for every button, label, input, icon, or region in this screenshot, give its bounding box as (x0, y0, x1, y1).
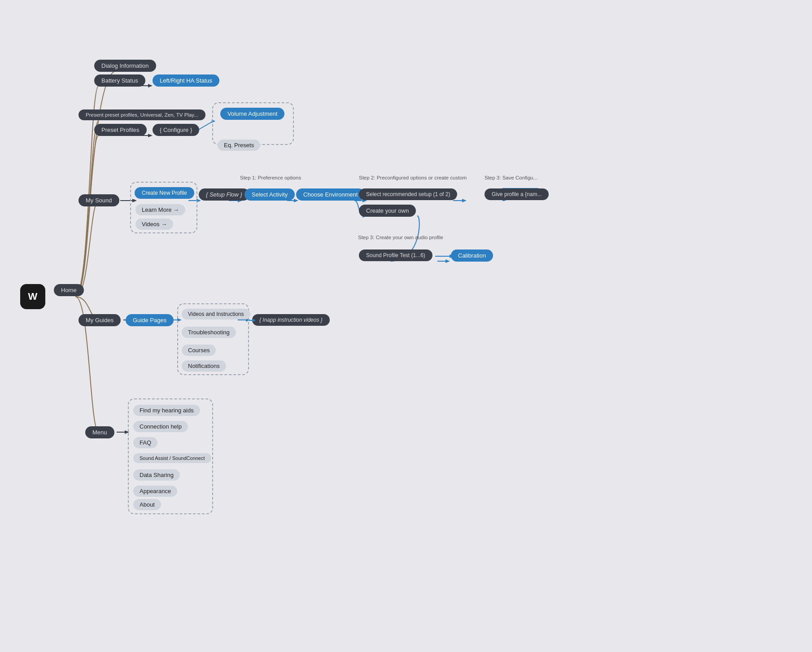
volume-adj-node[interactable]: Volume Adjustment (220, 108, 284, 120)
my-guides-node[interactable]: My Guides (79, 314, 121, 326)
calibration-node[interactable]: Calibration (451, 249, 493, 262)
left-right-ha-node[interactable]: Left/Right HA Status (153, 74, 219, 87)
faq-node[interactable]: FAQ (133, 437, 157, 448)
about-node[interactable]: About (133, 499, 161, 510)
home-icon: W (20, 284, 45, 309)
select-recommended-node[interactable]: Select recommended setup (1 of 2) (359, 188, 457, 200)
create-profile-box: Create New Profile Learn More → Videos → (130, 182, 197, 233)
svg-marker-3 (148, 134, 153, 137)
svg-marker-13 (294, 199, 298, 202)
canvas: W Home Dialog Information Battery Status… (0, 0, 812, 652)
guide-arrow (249, 314, 256, 327)
create-new-profile-node[interactable]: Create New Profile (135, 187, 194, 199)
notifications-node[interactable]: Notifications (182, 360, 226, 372)
eq-presets-node[interactable]: Eq. Presets (218, 140, 260, 151)
svg-marker-1 (148, 84, 153, 88)
home-node[interactable]: Home (54, 284, 84, 296)
choose-environment-node[interactable]: Choose Environment (296, 188, 365, 201)
connection-help-node[interactable]: Connection help (133, 421, 188, 432)
svg-marker-32 (252, 319, 256, 322)
home-icon-letter: W (28, 291, 38, 302)
step3-create-label: Step 3: Create your own audio profile (358, 235, 443, 240)
inapp-videos-node[interactable]: { Inapp instruction videos } (252, 314, 330, 326)
troubleshooting-node[interactable]: Troubleshooting (182, 327, 236, 338)
step1-label: Step 1: Preference options (240, 175, 301, 180)
preset-profiles-node[interactable]: Preset Profiles (94, 124, 147, 136)
give-profile-node[interactable]: Give profile a {nam... (485, 188, 549, 200)
guide-pages-box: Videos and Instructions Troubleshooting … (177, 303, 249, 375)
setup-flow-node[interactable]: { Setup Flow } (199, 188, 249, 201)
svg-marker-18 (462, 199, 467, 202)
videos-node[interactable]: Videos → (135, 219, 173, 230)
courses-node[interactable]: Courses (182, 345, 216, 356)
find-hearing-aids-node[interactable]: Find my hearing aids (133, 405, 200, 416)
sound-assist-node[interactable]: Sound Assist / SoundConnect (133, 453, 211, 463)
guide-pages-node[interactable]: Guide Pages (126, 314, 174, 326)
learn-more-node[interactable]: Learn More → (135, 204, 185, 215)
step2-label: Step 2: Preconfigured options or create … (359, 175, 467, 180)
connections-svg (0, 0, 812, 652)
sound-profile-test-node[interactable]: Sound Profile Test (1...6) (359, 249, 432, 261)
configure-node[interactable]: { Configure } (153, 124, 199, 136)
present-preset-node: Present preset profiles, Universal, Zen,… (79, 109, 205, 120)
dialog-info-node[interactable]: Dialog Information (94, 60, 156, 72)
appearance-node[interactable]: Appearance (133, 486, 177, 497)
data-sharing-node[interactable]: Data Sharing (133, 469, 180, 481)
volume-adj-box: Volume Adjustment Equaliser Eq. Presets (212, 102, 294, 145)
battery-status-node[interactable]: Battery Status (94, 74, 145, 87)
create-your-own-node[interactable]: Create your own (359, 205, 416, 217)
menu-box: Find my hearing aids Connection help FAQ… (128, 398, 213, 514)
videos-instructions-node[interactable]: Videos and Instructions (182, 309, 250, 319)
step3-save-label: Step 3: Save Configu... (485, 175, 537, 180)
select-activity-node[interactable]: Select Activity (244, 188, 295, 201)
my-sound-node[interactable]: My Sound (79, 194, 119, 206)
menu-node[interactable]: Menu (85, 426, 114, 438)
